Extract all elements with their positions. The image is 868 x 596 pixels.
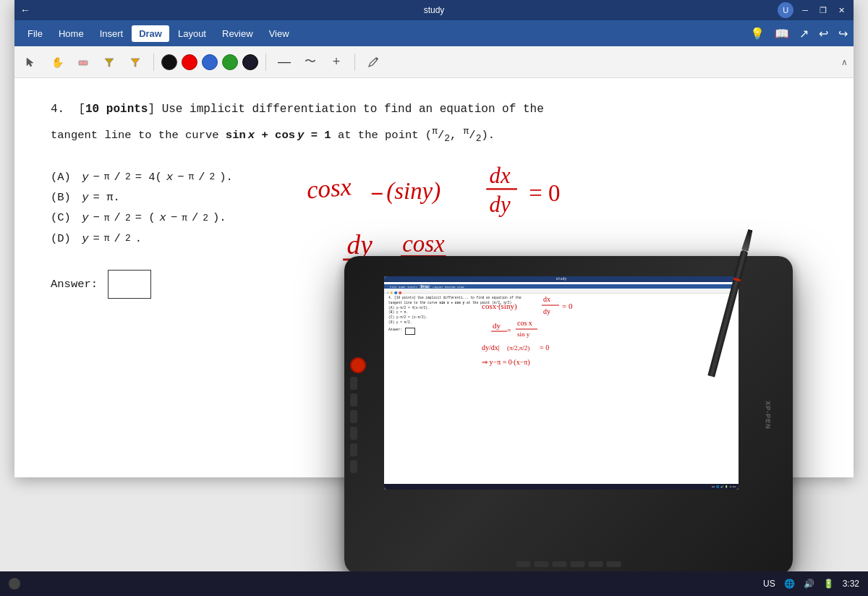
lightbulb-icon[interactable]: 💡 bbox=[750, 27, 765, 41]
tablet-left-buttons bbox=[350, 357, 366, 473]
book-icon[interactable]: 📖 bbox=[775, 27, 789, 41]
menu-bar: File Home Insert Draw Layout Review View… bbox=[14, 20, 854, 46]
svg-text:=: = bbox=[507, 326, 511, 334]
toolbar-collapse[interactable]: ∧ bbox=[841, 57, 848, 67]
svg-point-4 bbox=[376, 57, 378, 59]
menu-view[interactable]: View bbox=[262, 25, 297, 42]
separator1 bbox=[153, 54, 154, 71]
choice-d: (D) y = π/2. bbox=[51, 229, 817, 248]
svg-text:⇒ y−π = 0·(x−π): ⇒ y−π = 0·(x−π) bbox=[482, 358, 530, 367]
os-battery-icon: 🔋 bbox=[823, 579, 834, 589]
points-label: 10 points bbox=[85, 103, 148, 116]
color-red[interactable] bbox=[182, 54, 197, 70]
tablet-mini-menubar: File Home Insert Draw Layout Review View bbox=[384, 284, 739, 289]
answer-box[interactable] bbox=[108, 270, 151, 299]
wave-tool[interactable]: 〜 bbox=[299, 51, 321, 73]
svg-text:= 0: = 0 bbox=[562, 302, 573, 310]
os-locale: US bbox=[763, 579, 775, 589]
menu-right-icons: 💡 📖 ↗ ↩ ↪ bbox=[750, 27, 848, 41]
window-controls: U ─ ❐ ✕ bbox=[778, 2, 848, 18]
line-tool[interactable]: — bbox=[273, 51, 295, 73]
share-icon[interactable]: ↗ bbox=[799, 27, 809, 41]
svg-text:dy: dy bbox=[493, 321, 501, 330]
choice-a: (A) y − π/2 = 4(x − π/2). bbox=[51, 168, 817, 187]
tablet-device: study File Home Insert Draw Layout Revie… bbox=[344, 256, 793, 574]
svg-text:dx: dx bbox=[543, 295, 550, 303]
user-avatar[interactable]: U bbox=[778, 2, 793, 18]
menu-review[interactable]: Review bbox=[215, 25, 260, 42]
cursor-tool[interactable] bbox=[20, 51, 42, 73]
tablet-side-btn-6[interactable] bbox=[350, 460, 357, 473]
tablet-mini-taskbar: US 🌐 🔊 🔋 3:32 bbox=[384, 484, 739, 490]
maximize-button[interactable]: ❐ bbox=[817, 6, 830, 15]
svg-text:dy: dy bbox=[543, 307, 550, 315]
tablet-bottom-buttons bbox=[516, 561, 621, 567]
choice-c: (C) y − π/2 = (x − π/2). bbox=[51, 208, 817, 227]
back-button[interactable]: ← bbox=[20, 4, 30, 16]
title-bar: ← study U ─ ❐ ✕ bbox=[14, 0, 854, 20]
tablet-side-btn-1[interactable] bbox=[350, 377, 357, 390]
os-volume-icon: 🔊 bbox=[804, 579, 814, 589]
menu-layout[interactable]: Layout bbox=[171, 25, 213, 42]
menu-draw[interactable]: Draw bbox=[132, 25, 169, 42]
toolbar: ✋ — 〜 + ∧ bbox=[14, 46, 854, 78]
tablet-side-btn-2[interactable] bbox=[350, 393, 357, 406]
problem-line2: tangent line to the curve sin x + cos y … bbox=[51, 124, 817, 147]
close-button[interactable]: ✕ bbox=[835, 6, 848, 15]
svg-text:cosx·(siny): cosx·(siny) bbox=[482, 302, 517, 311]
os-taskbar: US 🌐 🔊 🔋 3:32 bbox=[0, 571, 868, 596]
tablet-side-btn-3[interactable] bbox=[350, 410, 357, 423]
svg-text:(π/2,π/2): (π/2,π/2) bbox=[507, 344, 529, 352]
window-title: study bbox=[424, 5, 445, 15]
tablet-bottom-btn-4[interactable] bbox=[571, 561, 585, 567]
color-black[interactable] bbox=[161, 54, 177, 70]
redo-icon[interactable]: ↪ bbox=[838, 27, 848, 41]
tablet-bottom-btn-1[interactable] bbox=[516, 561, 531, 567]
menu-home[interactable]: Home bbox=[51, 25, 91, 42]
point-value: (π/2, π/2). bbox=[425, 129, 495, 142]
tablet-bottom-btn-6[interactable] bbox=[607, 561, 621, 567]
svg-text:dy/dx|: dy/dx| bbox=[482, 344, 500, 352]
svg-text:cos x: cos x bbox=[517, 319, 532, 327]
os-taskbar-circle[interactable] bbox=[9, 578, 20, 589]
svg-text:= 0: = 0 bbox=[540, 344, 549, 352]
tablet-side-btn-5[interactable] bbox=[350, 443, 357, 456]
filter2-tool[interactable] bbox=[124, 51, 146, 73]
tablet-bottom-btn-2[interactable] bbox=[535, 561, 549, 567]
hand-tool[interactable]: ✋ bbox=[46, 51, 68, 73]
tablet-body: study File Home Insert Draw Layout Revie… bbox=[344, 256, 793, 574]
separator3 bbox=[354, 54, 355, 71]
pen-accent bbox=[733, 278, 741, 281]
minimize-button[interactable]: ─ bbox=[799, 6, 811, 14]
problem-num: 4. bbox=[51, 103, 64, 116]
menu-insert[interactable]: Insert bbox=[93, 25, 131, 42]
tablet-brand: XP-PEN bbox=[765, 401, 772, 430]
title-bar-left: ← bbox=[20, 4, 30, 16]
os-network-icon: 🌐 bbox=[784, 579, 795, 589]
os-time: 3:32 bbox=[843, 579, 859, 589]
tablet-mini-content: study File Home Insert Draw Layout Revie… bbox=[384, 276, 739, 490]
filter1-tool[interactable] bbox=[98, 51, 120, 73]
svg-marker-2 bbox=[105, 59, 114, 67]
pen-tool[interactable] bbox=[362, 51, 384, 73]
color-green[interactable] bbox=[222, 54, 238, 70]
curve-equation: sin x + cos y = 1 bbox=[226, 129, 331, 142]
tablet-red-button[interactable] bbox=[350, 357, 366, 373]
tablet-bottom-btn-3[interactable] bbox=[553, 561, 567, 567]
tablet-mini-titlebar: study bbox=[384, 276, 739, 282]
tablet-bottom-btn-5[interactable] bbox=[589, 561, 603, 567]
plus-tool[interactable]: + bbox=[326, 51, 347, 73]
eraser-tool[interactable] bbox=[72, 51, 94, 73]
tablet-mini-title: study bbox=[556, 277, 566, 281]
color-dark[interactable] bbox=[242, 54, 258, 70]
menu-file[interactable]: File bbox=[20, 25, 50, 42]
choice-b: (B) y = π. bbox=[51, 188, 817, 207]
tablet-screen: study File Home Insert Draw Layout Revie… bbox=[384, 276, 739, 490]
color-blue[interactable] bbox=[202, 54, 218, 70]
undo-icon[interactable]: ↩ bbox=[819, 27, 828, 41]
problem-header: 4. [10 points] Use implicit differentiat… bbox=[51, 100, 817, 119]
tablet-side-btn-4[interactable] bbox=[350, 427, 357, 440]
tablet-mini-handwriting: cosx·(siny) dx dy = 0 dy = cos x sin y d… bbox=[478, 291, 623, 385]
separator2 bbox=[265, 54, 266, 71]
answer-label: Answer: bbox=[51, 275, 98, 294]
